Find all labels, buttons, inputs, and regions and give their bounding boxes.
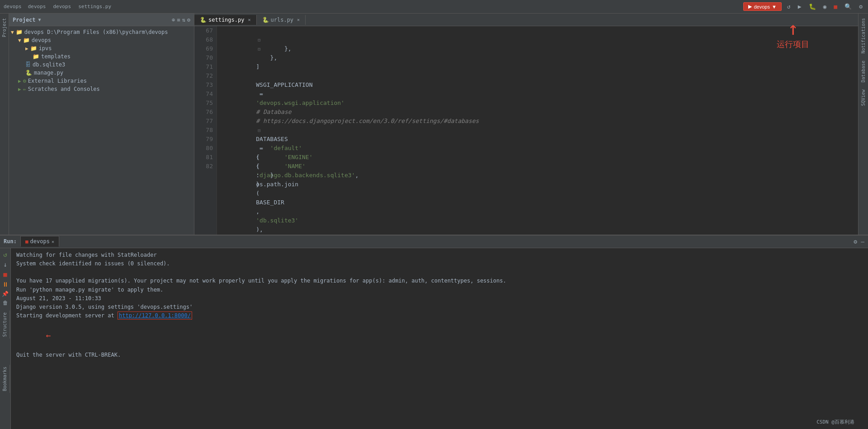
database-panel[interactable]: Database <box>860 58 867 85</box>
scratches-icon: ✏ <box>23 86 26 92</box>
console-line-4: Run 'python manage.py migrate' to apply … <box>16 286 863 294</box>
editor-tabs: 🐍 settings.py ✕ 🐍 urls.py ✕ <box>194 14 858 26</box>
toolbar-coverage-icon[interactable]: ◉ <box>821 2 829 11</box>
bottom-settings-icon[interactable]: ⚙ <box>854 238 857 245</box>
code-line-68: ⊟ }, <box>221 35 854 44</box>
toolbar-run-icon[interactable]: ▶ <box>796 2 803 11</box>
run-icon: ▶ <box>748 4 752 9</box>
code-line-79: 'ENGINE' : 'django.db.backends.sqlite3', <box>221 135 854 144</box>
code-editor[interactable]: 67686970 71727374 75767778 79808182 ⊟ },… <box>194 26 858 248</box>
console-line-3: You have 17 unapplied migration(s). Your… <box>16 277 863 285</box>
code-line-74: # Database <box>221 90 854 99</box>
code-line-70 <box>221 53 854 62</box>
project-icon[interactable]: Project <box>1 15 8 40</box>
server-url-link[interactable]: http://127.0.0.1:8000/ <box>118 311 192 320</box>
toolbar-settings-icon[interactable]: ⚙ <box>857 2 864 11</box>
bookmarks-panel: Bookmarks <box>0 365 10 393</box>
titlebar-right: ▶ devops ▼ ↺ ▶ 🐛 ◉ ■ 🔍 ⚙ <box>743 2 864 11</box>
code-line-73 <box>221 80 854 90</box>
manage-py-label: manage.py <box>34 70 63 76</box>
bottom-tab-close[interactable]: ✕ <box>52 239 54 244</box>
tree-root[interactable]: ▼ 📁 devops D:\Program Files (x86)\pychar… <box>9 28 194 36</box>
external-libraries[interactable]: ▶ ⚙ External Libraries <box>9 77 194 85</box>
templates-folder[interactable]: 📁 templates <box>9 52 194 61</box>
code-line-82: } <box>221 162 854 171</box>
db-sqlite3-label: db.sqlite3 <box>33 61 65 68</box>
sort-icon[interactable]: ⇅ <box>182 17 185 23</box>
dropdown-icon: ▼ <box>772 4 777 9</box>
run-pin-icon[interactable]: 📌 <box>2 291 9 297</box>
main-area: Project Project ▼ ⊕ ≡ ⇅ ⚙ ▼ 📁 devops D:\… <box>0 14 868 248</box>
run-stop-icon[interactable]: ■ <box>3 271 7 278</box>
collapse-icon[interactable]: ≡ <box>177 17 180 23</box>
project-header: Project ▼ ⊕ ≡ ⇅ ⚙ <box>9 14 194 26</box>
notifications-panel[interactable]: Notifications <box>860 15 867 56</box>
code-line-80: 'NAME' : os.path.join ( BASE_DIR , 'db.s… <box>221 144 854 153</box>
app-logo: devops <box>4 4 22 9</box>
structure-label[interactable]: Structure <box>0 311 9 339</box>
run-config-button[interactable]: ▶ devops ▼ <box>743 2 781 11</box>
settings-tab-label: settings.py <box>208 17 244 23</box>
manage-py-file[interactable]: 🐍 manage.py <box>9 69 194 77</box>
bottom-tab-label: devops <box>30 238 50 245</box>
tab-settings-py[interactable]: 🐍 settings.py ✕ <box>194 15 257 25</box>
gear-icon[interactable]: ⚙ <box>187 17 190 23</box>
scope-icon[interactable]: ⊕ <box>172 17 175 23</box>
ipvs-folder-icon: 📁 <box>30 45 37 52</box>
manage-py-icon: 🐍 <box>25 70 32 76</box>
code-line-71: WSGI_APPLICATION = 'devops.wsgi.applicat… <box>221 62 854 71</box>
ipvs-expand-icon: ▶ <box>25 46 28 52</box>
fold-68[interactable]: ⊟ <box>256 46 262 52</box>
code-line-69: ] <box>221 44 854 53</box>
console-output[interactable]: Watching for file changes with StatReloa… <box>11 248 868 429</box>
fold-77[interactable]: ⊟ <box>256 127 262 134</box>
project-title: Project <box>13 17 36 23</box>
bottom-panel: Run: ■ devops ✕ ⚙ – ↺ ↓ ■ ⏸ 📌 🗑 Watching… <box>0 235 868 429</box>
bottom-tab-devops[interactable]: ■ devops ✕ <box>20 236 59 247</box>
titlebar-tab-devops1[interactable]: devops <box>25 3 49 10</box>
file-tree: ▼ 📁 devops D:\Program Files (x86)\pychar… <box>9 26 194 248</box>
console-line-5: August 21, 2023 - 11:10:33 <box>16 294 863 303</box>
run-panel-body: ↺ ↓ ■ ⏸ 📌 🗑 Watching for file changes wi… <box>0 248 868 429</box>
code-line-76 <box>221 108 854 117</box>
run-config-label: devops <box>754 4 769 9</box>
code-content: ⊟ }, ⊟ }, ] WSGI_APPLICATION = <box>217 26 858 248</box>
scratches-consoles[interactable]: ▶ ✏ Scratches and Consoles <box>9 85 194 93</box>
titlebar-tab-settings[interactable]: settings.py <box>75 3 114 10</box>
titlebar-tab-devops2[interactable]: devops <box>51 3 74 10</box>
run-scroll-down-icon[interactable]: ↓ <box>3 261 7 268</box>
toolbar-search-icon[interactable]: 🔍 <box>843 2 854 11</box>
db-sqlite3-file[interactable]: 🗄 db.sqlite3 <box>9 61 194 69</box>
bottom-minimize-icon[interactable]: – <box>861 238 864 245</box>
sqview-panel[interactable]: SQView <box>860 87 867 108</box>
left-icon-bar: Project <box>0 14 9 248</box>
run-pause-icon[interactable]: ⏸ <box>2 281 9 288</box>
settings-tab-close[interactable]: ✕ <box>248 17 250 22</box>
bookmarks-label[interactable]: Bookmarks <box>0 365 9 393</box>
devops-folder[interactable]: ▼ 📁 devops <box>9 36 194 44</box>
fold-67[interactable]: ⊟ <box>256 37 262 43</box>
run-restart-icon[interactable]: ↺ <box>3 251 7 258</box>
root-folder-icon: ▼ <box>11 29 14 35</box>
devops-folder-label: devops <box>32 37 51 43</box>
ipvs-folder[interactable]: ▶ 📁 ipvs <box>9 44 194 52</box>
toolbar-stop-icon[interactable]: ■ <box>832 2 839 11</box>
devops-folder-icon: 📁 <box>23 37 30 43</box>
console-line-2: System check identified no issues (0 sil… <box>16 259 863 268</box>
console-line-1: Watching for file changes with StatReloa… <box>16 251 863 259</box>
urls-tab-icon: 🐍 <box>262 17 269 23</box>
run-trash-icon[interactable]: 🗑 <box>3 300 8 306</box>
templates-folder-icon: 📁 <box>33 53 39 60</box>
fold-78[interactable]: ⊟ <box>256 137 262 143</box>
settings-tab-icon: 🐍 <box>200 17 207 23</box>
fold-69 <box>256 55 262 61</box>
devops-expand-icon: ▼ <box>18 38 21 43</box>
toolbar-refresh-icon[interactable]: ↺ <box>785 2 793 11</box>
project-dropdown-icon[interactable]: ▼ <box>38 17 41 22</box>
code-line-81: } <box>221 153 854 162</box>
toolbar-debug-icon[interactable]: 🐛 <box>807 2 818 11</box>
urls-tab-close[interactable]: ✕ <box>297 17 300 22</box>
ext-lib-expand-icon: ▶ <box>18 78 21 84</box>
tab-urls-py[interactable]: 🐍 urls.py ✕ <box>257 15 306 25</box>
urls-tab-label: urls.py <box>271 17 294 23</box>
